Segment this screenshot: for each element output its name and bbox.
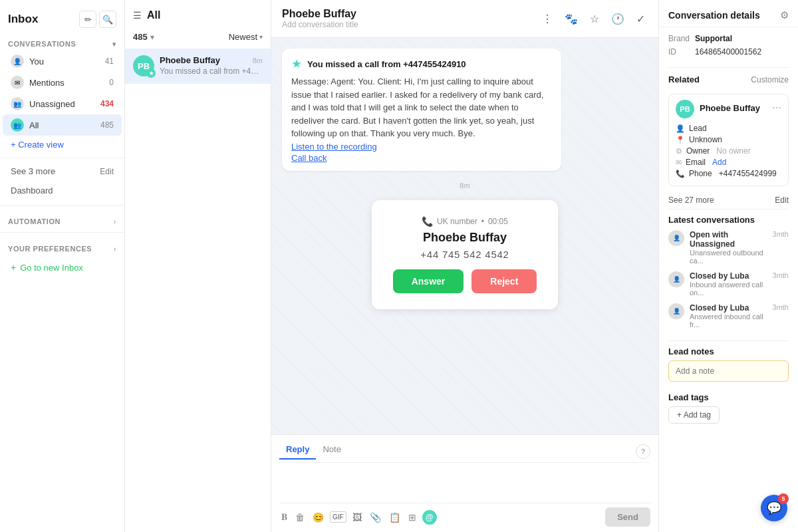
sidebar-edit-link[interactable]: Edit [100, 167, 114, 176]
sidebar-item-unassigned[interactable]: 👥 Unassigned 434 [3, 93, 122, 114]
preferences-chevron[interactable]: › [114, 245, 116, 253]
image-icon[interactable]: 🖼 [350, 510, 364, 525]
phone-value: +447455424999 [719, 169, 777, 178]
template-icon[interactable]: 📋 [387, 510, 402, 525]
search-button[interactable]: 🔍 [99, 11, 116, 28]
contact-name[interactable]: Phoebe Buffay [700, 103, 760, 113]
answer-button[interactable]: Answer [393, 269, 464, 293]
format-bold-icon[interactable]: 𝐁 [279, 509, 289, 525]
rp-brand-section: Brand Supportal ID 164865400001562 [659, 27, 798, 67]
latest-conv-item-2[interactable]: 👤 Closed by Luba Inbound answered call o… [668, 271, 789, 297]
reply-input[interactable] [279, 463, 650, 503]
more-options-button[interactable]: ⋮ [539, 10, 555, 28]
latest-conv-item-1[interactable]: 👤 Open with Unassigned Unanswered outbou… [668, 230, 789, 265]
at-icon[interactable]: @ [422, 510, 437, 525]
conv-preview: You missed a call from +4474554... [160, 66, 263, 76]
sidebar-item-all-count: 485 [100, 120, 114, 130]
format-trash-icon[interactable]: 🗑 [293, 510, 307, 525]
sort-button[interactable]: Newest ▾ [229, 32, 263, 42]
filter-count[interactable]: 485 ▾ [133, 32, 154, 42]
related-header: Related Customize [659, 68, 798, 88]
contact-card: PB Phoebe Buffay ⋯ 👤 Lead 📍 Unknown ⚙ Ow… [659, 88, 798, 192]
reply-area: Reply Note ? 𝐁 🗑 😊 GIF 🖼 📎 📋 ⊞ @ Send [271, 434, 658, 532]
latest-conv-content-1: Open with Unassigned Unanswered outbound… [690, 230, 767, 265]
filter-dropdown-icon[interactable]: ▾ [150, 33, 154, 42]
reply-help-icon[interactable]: ? [636, 444, 650, 459]
star-button[interactable]: ☆ [587, 10, 602, 28]
you-icon: 👤 [11, 55, 24, 68]
check-button[interactable]: ✓ [634, 10, 648, 28]
attachment-icon[interactable]: 📎 [368, 510, 383, 525]
sidebar-header: Inbox ✏ 🔍 [0, 0, 124, 33]
sidebar-item-you[interactable]: 👤 You 41 [3, 51, 122, 72]
sidebar-item-mentions[interactable]: ✉ Mentions 0 [3, 72, 122, 93]
conv-preview-3: Answered inbound call fr... [690, 313, 767, 329]
email-label: Email [686, 158, 706, 167]
sidebar-item-you-count: 41 [105, 57, 114, 66]
sort-arrow-icon: ▾ [259, 33, 263, 41]
latest-conv-avatar-2: 👤 [668, 271, 684, 287]
listen-recording-link[interactable]: Listen to the recording [291, 142, 552, 152]
add-note-input[interactable] [668, 360, 789, 382]
tab-reply[interactable]: Reply [279, 440, 316, 460]
tab-note[interactable]: Note [316, 440, 347, 460]
support-bubble[interactable]: 💬 5 [761, 495, 787, 521]
chat-conv-title[interactable]: Add conversation title [282, 20, 358, 29]
contact-more-button[interactable]: ⋯ [772, 102, 781, 113]
contact-card-inner: PB Phoebe Buffay ⋯ 👤 Lead 📍 Unknown ⚙ Ow… [668, 94, 789, 186]
latest-conv-item-3[interactable]: 👤 Closed by Luba Answered inbound call f… [668, 303, 789, 329]
brand-label: Brand [668, 34, 690, 43]
conv-item-content: Phoebe Buffay 8m You missed a call from … [160, 55, 263, 76]
conv-preview-2: Inbound answered call on... [690, 281, 767, 297]
create-view-button[interactable]: + Create view [3, 136, 122, 154]
phone-icon: 📞 [422, 216, 433, 227]
compose-button[interactable]: ✏ [79, 11, 96, 28]
conversations-chevron[interactable]: ▾ [112, 41, 116, 48]
see-more-link[interactable]: See 3 more [11, 166, 55, 176]
contact-owner-row: ⚙ Owner No owner [676, 146, 781, 156]
phone-contact-icon: 📞 [676, 170, 685, 178]
search-icon: 🔍 [102, 15, 113, 25]
go-to-new-inbox[interactable]: Go to new Inbox [0, 255, 124, 279]
call-back-link[interactable]: Call back [291, 153, 552, 163]
call-duration: • [481, 217, 484, 226]
clock-button[interactable]: 🕐 [608, 10, 627, 28]
msg-star-icon: ★ [291, 57, 302, 71]
reject-button[interactable]: Reject [471, 269, 537, 293]
email-add-link[interactable]: Add [712, 158, 726, 167]
sidebar-item-mentions-label: Mentions [29, 78, 109, 88]
add-tag-button[interactable]: + Add tag [668, 406, 720, 424]
see-more-row2: See 27 more Edit [659, 192, 798, 209]
emoji-button[interactable]: 🐾 [562, 10, 581, 28]
id-value: 164865400001562 [695, 47, 761, 57]
chat-contact-name: Phoebe Buffay [282, 8, 358, 20]
customize-link[interactable]: Customize [751, 75, 789, 84]
compose-icon: ✏ [84, 15, 92, 25]
preferences-header: YOUR PREFERENCES › [0, 237, 124, 255]
emoji-toolbar-icon[interactable]: 😊 [311, 510, 326, 525]
automation-chevron[interactable]: › [114, 217, 116, 225]
gif-icon[interactable]: GIF [330, 511, 346, 523]
rp-edit-link[interactable]: Edit [775, 196, 789, 205]
latest-conv-avatar-3: 👤 [668, 303, 684, 319]
toggle-sidebar-icon[interactable]: ☰ [133, 10, 142, 21]
send-button[interactable]: Send [605, 507, 650, 527]
see-more-2-link[interactable]: See 27 more [668, 196, 714, 205]
rp-gear-icon[interactable]: ⚙ [780, 9, 789, 21]
dashboard-link[interactable]: Dashboard [0, 180, 124, 201]
contact-location: Unknown [689, 135, 722, 144]
sidebar-item-unassigned-label: Unassigned [29, 99, 100, 109]
grid-icon[interactable]: ⊞ [406, 510, 418, 525]
chat-header: Phoebe Buffay Add conversation title ⋮ 🐾… [271, 0, 658, 38]
conversations-label: CONVERSATIONS ▾ [0, 33, 124, 51]
conversation-item[interactable]: PB ★ Phoebe Buffay 8m You missed a call … [125, 49, 271, 84]
latest-conv-content-2: Closed by Luba Inbound answered call on.… [690, 271, 767, 297]
sidebar-item-all[interactable]: 👥 All 485 [3, 114, 122, 136]
call-actions: Answer Reject [393, 269, 537, 293]
lead-notes-section: Lead notes [659, 341, 798, 387]
contact-type: Lead [689, 124, 707, 133]
owner-icon: ⚙ [676, 147, 682, 156]
conv-time-2: 3mth [773, 271, 789, 279]
conv-time: 8m [253, 57, 263, 65]
conversation-list: ☰ All 485 ▾ Newest ▾ PB ★ Phoebe Buffay … [125, 0, 271, 532]
